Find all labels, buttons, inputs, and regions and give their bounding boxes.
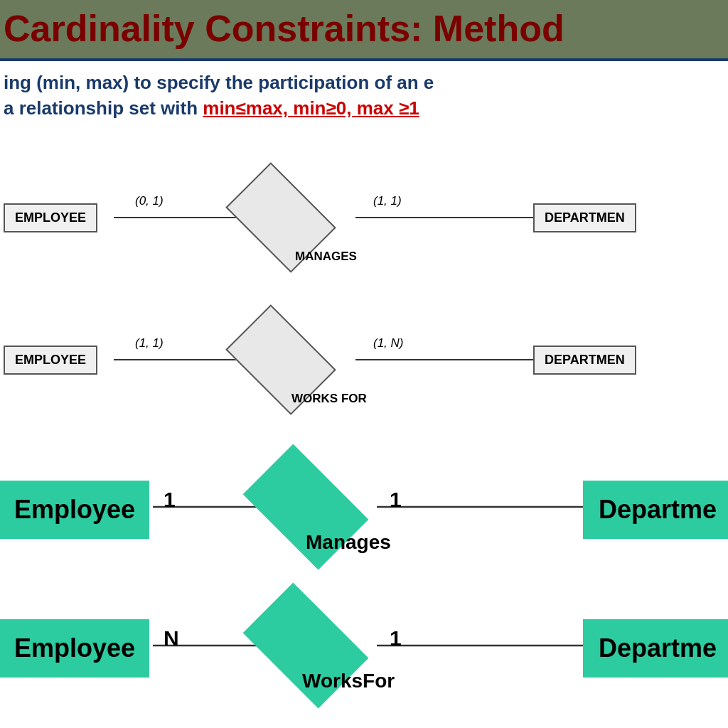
diamond-manages-white: MANAGES [235,186,327,250]
card-right-2: (1, N) [373,336,404,350]
er-diagram-manages-white: EMPLOYEE (0, 1) MANAGES (1, 1) DEPARTMEN [0,150,728,285]
subtitle-line1: ing (min, max) to specify the participat… [4,70,724,95]
er-diagram-worksfor-white: EMPLOYEE (1, 1) WORKS FOR (1, N) DEPARTM… [0,292,728,427]
header: Cardinality Constraints: Method [0,0,728,61]
subtitle-line2: a relationship set with min≤max, min≥0, … [4,95,724,121]
er-diagram-worksfor-green: Employee N WorksFor 1 Departme [0,580,728,712]
card-left-green-1: 1 [164,488,176,512]
subtitle: ing (min, max) to specify the participat… [0,61,728,129]
entity-employee-1: EMPLOYEE [4,203,97,232]
entity-department-2: DEPARTMEN [533,346,636,375]
entity-department-green-1: Departme [583,481,728,539]
entity-employee-green-2: Employee [0,619,149,678]
diamond-worksfor-white: WORKS FOR [235,328,327,392]
diamond-worksfor-green: WorksFor [252,610,359,681]
diamond-manages-green: Manages [252,471,359,542]
card-right-green-1: 1 [390,488,402,512]
card-left-1: (0, 1) [135,194,164,208]
card-right-green-2: 1 [390,626,402,651]
card-left-2: (1, 1) [135,336,164,350]
entity-department-1: DEPARTMEN [533,203,636,232]
entity-employee-2: EMPLOYEE [4,346,97,375]
entity-department-green-2: Departme [583,619,728,678]
card-left-green-2: N [164,626,179,651]
page-title: Cardinality Constraints: Method [4,7,717,50]
card-right-1: (1, 1) [373,194,402,208]
entity-employee-green-1: Employee [0,481,149,539]
er-diagram-manages-green: Employee 1 Manages 1 Departme [0,441,728,573]
